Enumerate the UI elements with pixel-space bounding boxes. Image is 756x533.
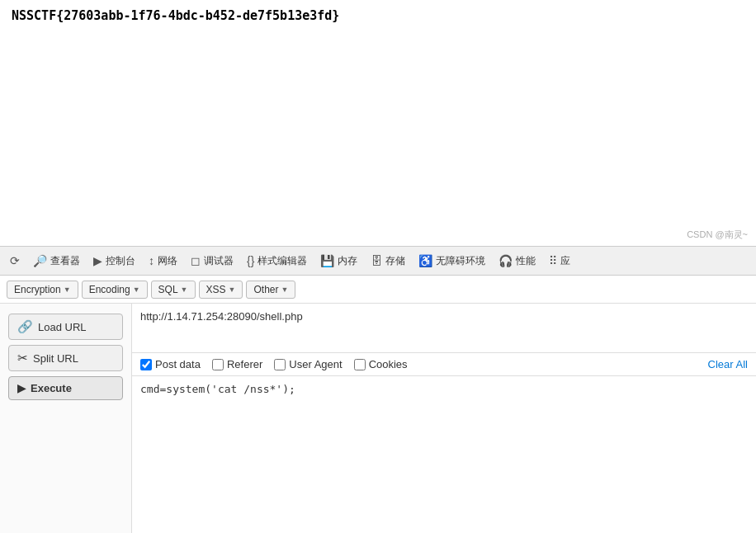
cookies-checkbox[interactable]	[354, 359, 366, 370]
referer-checkbox[interactable]	[212, 359, 224, 370]
post-data-checkbox[interactable]	[140, 359, 152, 370]
sql-label: SQL	[158, 284, 178, 295]
accessibility-label: 无障碍环境	[436, 254, 485, 268]
post-data-option[interactable]: Post data	[140, 358, 201, 370]
devtools-refresh[interactable]: ⟳	[3, 251, 26, 271]
encryption-button[interactable]: Encryption ▼	[7, 281, 78, 299]
top-content: NSSCTF{27603abb-1f76-4bdc-b452-de7f5b13e…	[0, 0, 756, 246]
cookies-label: Cookies	[369, 358, 408, 370]
encryption-label: Encryption	[14, 284, 61, 295]
devtools-inspector[interactable]: 🔎 查看器	[26, 251, 87, 271]
devtools-console[interactable]: ▶ 控制台	[87, 251, 142, 271]
devtools-accessibility[interactable]: ♿ 无障碍环境	[412, 251, 492, 271]
memory-label: 内存	[338, 254, 357, 268]
devtools-network[interactable]: ↕ 网络	[142, 251, 184, 271]
xss-caret: ▼	[229, 285, 236, 294]
url-input-area[interactable]: http://1.14.71.254:28090/shell.php	[132, 304, 756, 353]
user-agent-checkbox[interactable]	[274, 359, 286, 370]
encoding-label: Encoding	[89, 284, 130, 295]
storage-icon: 🗄	[371, 254, 382, 267]
flag-text: NSSCTF{27603abb-1f76-4bdc-b452-de7f5b13e…	[12, 8, 744, 23]
xss-button[interactable]: XSS ▼	[199, 281, 243, 299]
performance-icon: 🎧	[498, 254, 513, 267]
referer-label: Referer	[227, 358, 262, 370]
split-url-button[interactable]: ✂ Split URL	[8, 345, 123, 371]
clear-all-button[interactable]: Clear All	[708, 358, 748, 370]
inspector-label: 查看器	[50, 254, 80, 268]
inspector-icon: 🔎	[33, 254, 47, 267]
devtools-more[interactable]: ⠿ 应	[542, 251, 577, 271]
devtools-performance[interactable]: 🎧 性能	[492, 251, 542, 271]
storage-label: 存储	[385, 254, 405, 268]
other-button[interactable]: Other ▼	[246, 281, 295, 299]
post-data-label: Post data	[155, 358, 201, 370]
encoding-caret: ▼	[133, 285, 140, 294]
devtools-debugger[interactable]: ◻ 调试器	[184, 251, 240, 271]
network-icon: ↕	[149, 254, 154, 267]
console-icon: ▶	[93, 254, 102, 267]
debugger-icon: ◻	[191, 254, 201, 267]
watermark: CSDN @南灵~	[687, 229, 748, 241]
xss-label: XSS	[206, 284, 226, 295]
load-url-button[interactable]: 🔗 Load URL	[8, 314, 123, 340]
split-url-label: Split URL	[33, 352, 78, 365]
performance-label: 性能	[516, 254, 536, 268]
split-url-icon: ✂	[17, 351, 28, 366]
load-url-icon: 🔗	[17, 319, 33, 334]
debugger-label: 调试器	[204, 254, 234, 268]
right-panel: http://1.14.71.254:28090/shell.php Post …	[132, 304, 756, 533]
referer-option[interactable]: Referer	[212, 358, 262, 370]
encryption-caret: ▼	[64, 285, 71, 294]
network-label: 网络	[158, 254, 177, 268]
execute-label: Execute	[31, 382, 72, 394]
execute-icon: ▶	[17, 382, 26, 394]
post-data-value[interactable]: cmd=system('cat /nss*');	[140, 383, 748, 395]
other-label: Other	[253, 284, 278, 295]
refresh-icon: ⟳	[10, 254, 20, 267]
devtools-style-editor[interactable]: {} 样式编辑器	[240, 251, 314, 271]
devtools-memory[interactable]: 💾 内存	[314, 251, 364, 271]
more-label: 应	[560, 254, 570, 268]
sql-caret: ▼	[181, 285, 188, 294]
url-value[interactable]: http://1.14.71.254:28090/shell.php	[140, 310, 748, 323]
main-panel: 🔗 Load URL ✂ Split URL ▶ Execute http://…	[0, 304, 756, 533]
user-agent-option[interactable]: User Agent	[274, 358, 342, 370]
sql-button[interactable]: SQL ▼	[151, 281, 196, 299]
encoding-button[interactable]: Encoding ▼	[82, 281, 148, 299]
user-agent-label: User Agent	[289, 358, 342, 370]
options-bar: Post data Referer User Agent Cookies Cle…	[132, 353, 756, 376]
accessibility-icon: ♿	[418, 254, 432, 267]
devtools-storage[interactable]: 🗄 存储	[364, 251, 412, 271]
sidebar: 🔗 Load URL ✂ Split URL ▶ Execute	[0, 304, 132, 533]
execute-button[interactable]: ▶ Execute	[8, 376, 123, 400]
load-url-label: Load URL	[38, 321, 87, 333]
memory-icon: 💾	[320, 254, 334, 267]
style-editor-label: 样式编辑器	[258, 254, 307, 268]
devtools-toolbar: ⟳ 🔎 查看器 ▶ 控制台 ↕ 网络 ◻ 调试器 {} 样式编辑器 💾 内存 🗄…	[0, 246, 756, 276]
post-data-area[interactable]: cmd=system('cat /nss*');	[132, 376, 756, 533]
cookies-option[interactable]: Cookies	[354, 358, 408, 370]
console-label: 控制台	[106, 254, 135, 268]
encoder-bar: Encryption ▼ Encoding ▼ SQL ▼ XSS ▼ Othe…	[0, 276, 756, 304]
more-icon: ⠿	[549, 254, 557, 267]
style-editor-icon: {}	[247, 254, 254, 267]
other-caret: ▼	[281, 285, 288, 294]
